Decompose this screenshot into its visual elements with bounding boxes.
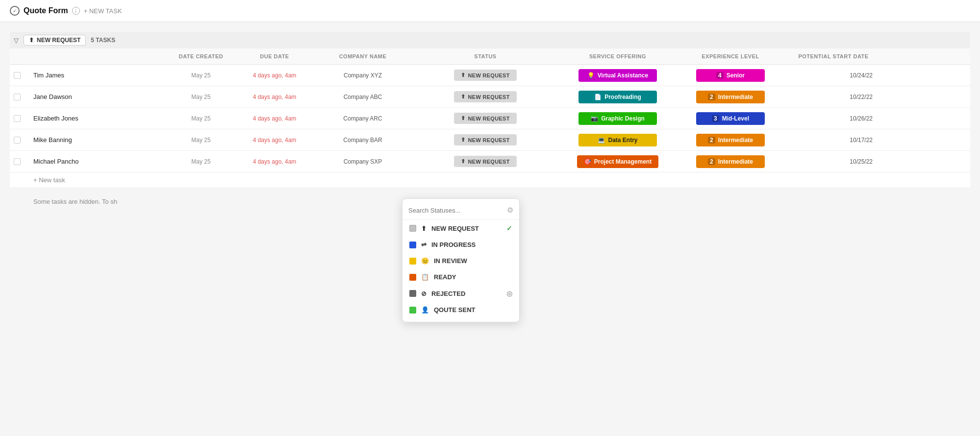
dropdown-status-item[interactable]: ⇌ IN PROGRESS <box>402 237 519 253</box>
due-date-cell: 4 days ago, 4am <box>235 68 314 83</box>
status-upload-icon: ⬆ <box>461 115 465 121</box>
task-checkbox[interactable] <box>14 158 21 165</box>
exp-num: 3 <box>712 115 719 122</box>
row-checkbox-cell <box>10 154 29 169</box>
status-upload-icon: ⬆ <box>461 72 465 78</box>
service-badge[interactable]: 📷 Graphic Design <box>578 112 657 125</box>
settings-icon[interactable]: ⚙ <box>507 206 513 215</box>
status-cell[interactable]: ⬆ NEW REQUEST <box>412 152 559 171</box>
col-header-experience: EXPERIENCE LEVEL <box>677 51 784 61</box>
experience-badge[interactable]: 4 Senior <box>696 69 765 82</box>
service-icon: 📄 <box>594 94 602 100</box>
date-created: May 25 <box>191 72 210 79</box>
service-label: Project Management <box>594 158 652 165</box>
experience-label: Senior <box>727 72 745 79</box>
task-name: Elizabeth Jones <box>33 115 78 122</box>
service-cell[interactable]: 📄 Proofreading <box>559 87 677 107</box>
experience-cell[interactable]: 4 Senior <box>677 65 784 86</box>
extra-cell <box>882 115 970 122</box>
status-cell[interactable]: ⬆ NEW REQUEST <box>412 130 559 149</box>
status-badge[interactable]: ⬆ NEW REQUEST <box>454 91 517 102</box>
new-task-row[interactable]: + New task <box>10 172 970 188</box>
status-badge[interactable]: ⬆ NEW REQUEST <box>454 113 517 124</box>
status-upload-icon: ⬆ <box>461 94 465 100</box>
app-header: ✓ Quote Form i + NEW TASK <box>0 0 980 22</box>
task-checkbox[interactable] <box>14 72 21 79</box>
task-checkbox[interactable] <box>14 137 21 144</box>
dropdown-status-item[interactable]: ⬆ NEW REQUEST ✓ <box>402 220 519 237</box>
potential-date-cell: 10/26/22 <box>784 111 882 126</box>
dropdown-status-item[interactable]: 👤 QOUTE SENT <box>402 302 519 318</box>
date-created-cell: May 25 <box>167 133 235 147</box>
extra-cell <box>882 158 970 166</box>
service-badge[interactable]: 🎯 Project Management <box>577 155 658 168</box>
experience-cell[interactable]: 2 Intermediate <box>677 130 784 150</box>
status-search-input[interactable] <box>408 207 503 214</box>
experience-cell[interactable]: 3 Mid-Level <box>677 108 784 129</box>
status-label: NEW REQUEST <box>468 116 510 121</box>
status-badge[interactable]: ⬆ NEW REQUEST <box>454 134 517 145</box>
service-badge[interactable]: 📄 Proofreading <box>578 91 657 103</box>
new-task-header-button[interactable]: + NEW TASK <box>84 7 122 15</box>
date-created-cell: May 25 <box>167 111 235 126</box>
date-created: May 25 <box>191 115 210 122</box>
dropdown-item-icon: 👤 <box>421 306 429 314</box>
potential-date: 10/22/22 <box>850 94 873 100</box>
service-cell[interactable]: 💻 Data Entry <box>559 130 677 150</box>
service-badge[interactable]: 💻 Data Entry <box>578 134 657 146</box>
experience-badge[interactable]: 2 Intermediate <box>696 91 765 103</box>
task-name: Tim James <box>33 72 64 79</box>
experience-cell[interactable]: 2 Intermediate <box>677 87 784 107</box>
col-header-potential-date: POTENTIAL START DATE <box>784 51 882 61</box>
task-name: Michael Pancho <box>33 158 79 165</box>
experience-badge[interactable]: 2 Intermediate <box>696 134 765 146</box>
task-name-cell[interactable]: Elizabeth Jones <box>29 111 167 126</box>
status-cell[interactable]: ⬆ NEW REQUEST <box>412 66 559 85</box>
service-cell[interactable]: 📷 Graphic Design <box>559 108 677 129</box>
due-date: 4 days ago, 4am <box>253 158 297 165</box>
experience-cell[interactable]: 2 Intermediate <box>677 151 784 172</box>
date-created: May 25 <box>191 137 210 144</box>
row-checkbox-cell <box>10 111 29 126</box>
status-cell[interactable]: ⬆ NEW REQUEST <box>412 109 559 128</box>
status-badge[interactable]: ⬆ NEW REQUEST <box>454 70 517 81</box>
task-name-cell[interactable]: Jane Dawson <box>29 89 167 104</box>
task-name-cell[interactable]: Michael Pancho <box>29 154 167 169</box>
date-created: May 25 <box>191 94 210 100</box>
task-checkbox[interactable] <box>14 115 21 122</box>
collapse-icon[interactable]: ✓ <box>10 6 20 16</box>
col-header-company: COMPANY NAME <box>314 51 412 61</box>
dropdown-item-label: NEW REQUEST <box>431 225 479 232</box>
date-created-cell: May 25 <box>167 68 235 83</box>
company-cell: Company ABC <box>314 90 412 104</box>
service-badge[interactable]: 💡 Virtual Assistance <box>578 69 657 82</box>
experience-label: Intermediate <box>718 94 753 100</box>
service-cell[interactable]: 💡 Virtual Assistance <box>559 65 677 86</box>
dropdown-item-icon: 📋 <box>421 273 429 281</box>
info-icon[interactable]: i <box>72 7 80 15</box>
dropdown-status-item[interactable]: 😐 IN REVIEW <box>402 253 519 269</box>
status-cell[interactable]: ⬆ NEW REQUEST <box>412 87 559 106</box>
task-checkbox[interactable] <box>14 94 21 100</box>
col-header-name <box>29 51 167 61</box>
date-created: May 25 <box>191 158 210 165</box>
task-name-cell[interactable]: Mike Banning <box>29 132 167 147</box>
due-date-cell: 4 days ago, 4am <box>235 111 314 126</box>
potential-date-cell: 10/22/22 <box>784 90 882 104</box>
row-checkbox-cell <box>10 90 29 104</box>
dropdown-status-item[interactable]: 📋 READY <box>402 269 519 285</box>
service-cell[interactable]: 🎯 Project Management <box>559 151 677 172</box>
task-name: Jane Dawson <box>33 93 72 100</box>
extra-cell <box>882 136 970 144</box>
task-name-cell[interactable]: Tim James <box>29 68 167 83</box>
dropdown-status-item[interactable]: ⊘ REJECTED ◎ <box>402 285 519 302</box>
status-badge[interactable]: ⬆ NEW REQUEST <box>454 156 517 167</box>
experience-badge[interactable]: 2 Intermediate <box>696 155 765 168</box>
status-upload-icon: ⬆ <box>461 158 465 165</box>
group-toggle[interactable]: ▽ <box>14 37 19 44</box>
status-dot <box>409 274 416 281</box>
upload-icon: ⬆ <box>29 37 34 44</box>
experience-badge[interactable]: 3 Mid-Level <box>696 112 765 125</box>
group-label-button[interactable]: ⬆ NEW REQUEST <box>24 35 86 46</box>
service-icon: 💻 <box>598 137 605 144</box>
